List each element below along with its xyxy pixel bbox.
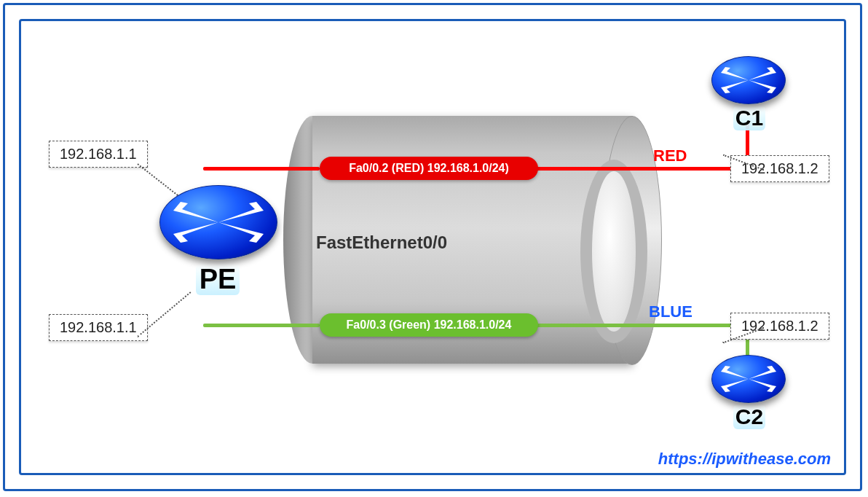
router-c2-body xyxy=(711,355,786,403)
ip-box-c1: 192.168.1.2 xyxy=(730,155,829,182)
link-label-red: RED xyxy=(653,146,687,165)
source-url: https://ipwithease.com xyxy=(658,450,831,469)
ip-box-c2: 192.168.1.2 xyxy=(730,313,829,340)
router-c1-arrows-icon xyxy=(712,57,785,103)
ip-text-c1: 192.168.1.2 xyxy=(741,160,818,176)
router-pe: PE xyxy=(159,185,277,259)
ip-box-pe-red: 192.168.1.1 xyxy=(49,141,148,168)
router-c1-label: C1 xyxy=(733,106,765,130)
wire-red-left xyxy=(203,167,320,171)
subif-pill-red: Fa0/0.2 (RED) 192.168.1.0/24) xyxy=(320,157,538,180)
router-c1: C1 xyxy=(711,56,786,104)
router-pe-body xyxy=(159,185,277,259)
router-c1-body xyxy=(711,56,786,104)
subif-pill-red-label: Fa0/0.2 (RED) 192.168.1.0/24) xyxy=(349,162,509,175)
wire-green-right xyxy=(516,324,749,327)
router-c2-label: C2 xyxy=(733,404,765,429)
ip-text-pe-blue: 192.168.1.1 xyxy=(60,319,137,335)
wire-red-right xyxy=(516,167,749,171)
ip-box-pe-blue: 192.168.1.1 xyxy=(49,314,148,341)
router-pe-label: PE xyxy=(196,264,240,295)
link-label-blue: BLUE xyxy=(649,302,693,321)
pipe-right-inner xyxy=(580,160,647,343)
subif-pill-green: Fa0/0.3 (Green) 192.168.1.0/24 xyxy=(320,313,538,337)
diagram-canvas: FastEthernet0/0 Fa0/0.2 (RED) 192.168.1.… xyxy=(21,21,844,473)
wire-green-left xyxy=(203,324,320,327)
diagram-frame: FastEthernet0/0 Fa0/0.2 (RED) 192.168.1.… xyxy=(19,19,846,475)
router-pe-arrows-icon xyxy=(160,186,277,259)
ip-text-pe-red: 192.168.1.1 xyxy=(60,146,137,162)
router-c2: C2 xyxy=(711,355,786,403)
subif-pill-green-label: Fa0/0.3 (Green) 192.168.1.0/24 xyxy=(347,318,512,332)
router-c2-arrows-icon xyxy=(712,356,785,402)
interface-main-label: FastEthernet0/0 xyxy=(316,232,447,253)
